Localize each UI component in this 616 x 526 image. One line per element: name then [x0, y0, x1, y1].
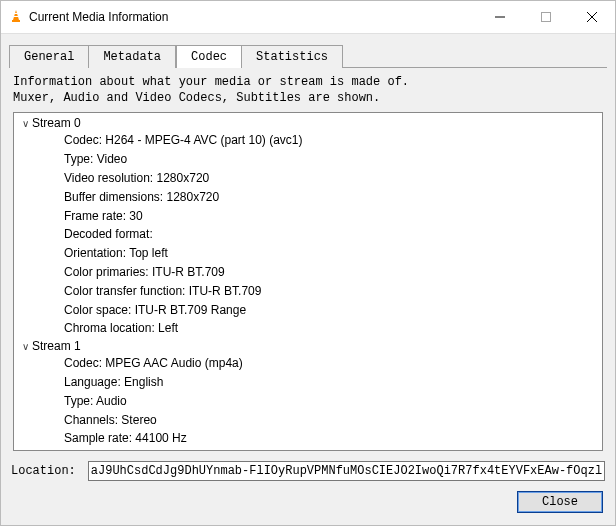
codec-property: Bits per sample: 32 — [18, 448, 598, 451]
media-info-window: Current Media Information General Metada… — [0, 0, 616, 526]
codec-property: Color space: ITU-R BT.709 Range — [18, 301, 598, 320]
codec-property: Language: English — [18, 373, 598, 392]
codec-property: Frame rate: 30 — [18, 207, 598, 226]
window-title: Current Media Information — [29, 10, 168, 24]
codec-tree[interactable]: ∨ Stream 0 Codec: H264 - MPEG-4 AVC (par… — [13, 112, 603, 451]
info-line: Muxer, Audio and Video Codecs, Subtitles… — [13, 90, 603, 106]
tab-general[interactable]: General — [9, 45, 89, 68]
maximize-button[interactable] — [523, 1, 569, 33]
codec-property: Type: Audio — [18, 392, 598, 411]
svg-marker-0 — [13, 10, 19, 20]
codec-property: Video resolution: 1280x720 — [18, 169, 598, 188]
tab-bar: General Metadata Codec Statistics — [9, 44, 607, 67]
chevron-down-icon[interactable]: ∨ — [18, 341, 32, 352]
tab-metadata[interactable]: Metadata — [89, 45, 176, 68]
svg-rect-5 — [542, 13, 551, 22]
vlc-cone-icon — [9, 9, 23, 26]
close-button[interactable]: Close — [517, 491, 603, 513]
titlebar: Current Media Information — [1, 1, 615, 34]
codec-property: Color primaries: ITU-R BT.709 — [18, 263, 598, 282]
location-input[interactable] — [88, 461, 605, 481]
codec-property: Decoded format: — [18, 225, 598, 244]
codec-property: Chroma location: Left — [18, 319, 598, 338]
codec-property: Orientation: Top left — [18, 244, 598, 263]
info-line: Information about what your media or str… — [13, 74, 603, 90]
svg-rect-3 — [14, 16, 19, 17]
codec-property: Color transfer function: ITU-R BT.709 — [18, 282, 598, 301]
stream-label: Stream 0 — [32, 116, 81, 130]
tree-node-stream-1[interactable]: ∨ Stream 1 — [18, 338, 598, 354]
minimize-button[interactable] — [477, 1, 523, 33]
codec-property: Codec: MPEG AAC Audio (mp4a) — [18, 354, 598, 373]
chevron-down-icon[interactable]: ∨ — [18, 118, 32, 129]
dialog-footer: Close — [1, 481, 615, 525]
location-row: Location: — [11, 461, 605, 481]
codec-property: Type: Video — [18, 150, 598, 169]
close-window-button[interactable] — [569, 1, 615, 33]
location-label: Location: — [11, 464, 76, 478]
tab-codec[interactable]: Codec — [176, 45, 242, 68]
tree-node-stream-0[interactable]: ∨ Stream 0 — [18, 115, 598, 131]
codec-property: Codec: H264 - MPEG-4 AVC (part 10) (avc1… — [18, 131, 598, 150]
svg-rect-2 — [14, 13, 18, 14]
stream-label: Stream 1 — [32, 339, 81, 353]
codec-property: Sample rate: 44100 Hz — [18, 429, 598, 448]
svg-rect-1 — [12, 20, 20, 22]
tab-statistics[interactable]: Statistics — [242, 45, 343, 68]
info-text: Information about what your media or str… — [13, 74, 603, 106]
codec-property: Buffer dimensions: 1280x720 — [18, 188, 598, 207]
codec-property: Channels: Stereo — [18, 411, 598, 430]
